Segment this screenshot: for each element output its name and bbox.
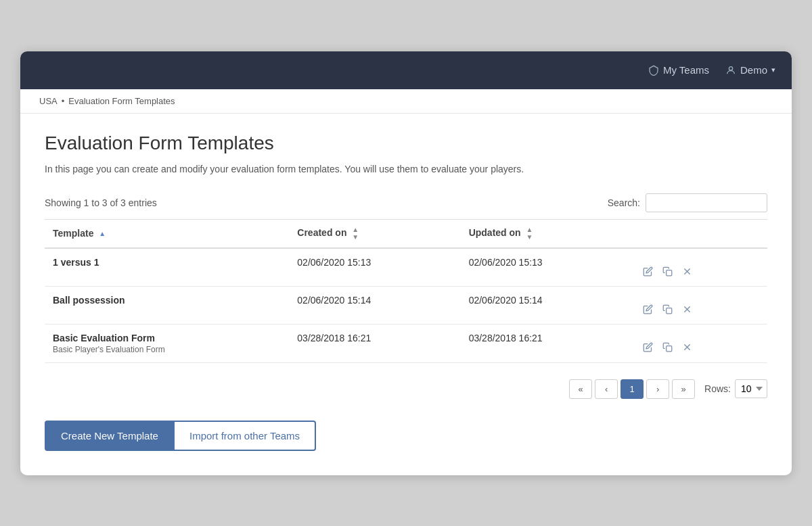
page-next-button[interactable]: ›: [646, 379, 669, 399]
rows-per-page-wrap: Rows: 10 25 50: [704, 379, 767, 398]
template-name: Ball possession: [53, 295, 281, 306]
td-actions: [632, 286, 767, 324]
search-label: Search:: [608, 197, 640, 208]
td-template-name: Ball possession: [45, 286, 289, 324]
user-icon: [725, 65, 736, 76]
shield-icon: [648, 65, 659, 76]
svg-rect-7: [667, 345, 672, 351]
copy-icon: [662, 342, 673, 352]
sort-arrows-template: ▲: [99, 231, 106, 237]
delete-button[interactable]: [679, 265, 695, 278]
col-actions: [632, 219, 767, 248]
template-name: Basic Evaluation Form: [53, 333, 281, 343]
edit-icon: [643, 304, 653, 314]
td-actions: [632, 324, 767, 362]
bottom-actions: Create New Template Import from other Te…: [45, 421, 767, 451]
copy-icon: [662, 304, 673, 314]
main-card: My Teams Demo ▾ USA • Evaluation Form Te…: [20, 51, 792, 475]
td-template-name: 1 versus 1: [45, 248, 289, 287]
my-teams-label: My Teams: [663, 64, 709, 76]
edit-button[interactable]: [640, 265, 656, 278]
page-last-button[interactable]: »: [672, 379, 695, 399]
col-template[interactable]: Template ▲: [45, 219, 289, 248]
delete-button[interactable]: [679, 341, 695, 354]
td-updated-on: 02/06/2020 15:14: [461, 286, 632, 324]
delete-icon: [682, 266, 692, 277]
td-created-on: 02/06/2020 15:14: [289, 286, 460, 324]
page-prev-button[interactable]: ‹: [595, 379, 618, 399]
demo-label: Demo: [740, 64, 767, 76]
copy-icon: [662, 266, 673, 277]
search-wrapper: Search:: [608, 193, 767, 212]
demo-caret-icon: ▾: [771, 66, 775, 74]
breadcrumb-sep: •: [62, 96, 65, 106]
breadcrumb: USA • Evaluation Form Templates: [20, 89, 792, 114]
templates-table: Template ▲ Created on ▲▼ Updated on: [45, 219, 767, 363]
copy-button[interactable]: [660, 303, 675, 316]
create-new-template-button[interactable]: Create New Template: [45, 421, 175, 451]
my-teams-button[interactable]: My Teams: [648, 64, 709, 76]
page-1-button[interactable]: 1: [621, 379, 644, 399]
sort-arrows-updated: ▲▼: [526, 226, 533, 241]
td-template-name: Basic Evaluation FormBasic Player's Eval…: [45, 324, 289, 362]
table-row: Ball possession02/06/2020 15:1402/06/202…: [45, 286, 767, 324]
edit-icon: [643, 266, 653, 277]
showing-entries: Showing 1 to 3 of 3 entries: [45, 197, 157, 208]
copy-button[interactable]: [660, 265, 675, 278]
svg-rect-4: [667, 308, 672, 313]
main-content: Evaluation Form Templates In this page y…: [20, 114, 792, 475]
td-updated-on: 02/06/2020 15:13: [461, 248, 632, 287]
delete-icon: [682, 304, 692, 314]
edit-button[interactable]: [640, 303, 656, 316]
copy-button[interactable]: [660, 341, 675, 354]
import-from-teams-button[interactable]: Import from other Teams: [175, 421, 316, 451]
template-subtitle: Basic Player's Evaluation Form: [53, 345, 281, 354]
page-title: Evaluation Form Templates: [45, 133, 767, 154]
rows-label: Rows:: [704, 383, 731, 394]
delete-icon: [682, 342, 692, 352]
template-name: 1 versus 1: [53, 257, 281, 268]
td-created-on: 02/06/2020 15:13: [289, 248, 460, 287]
sort-arrows-created: ▲▼: [352, 226, 359, 241]
table-row: Basic Evaluation FormBasic Player's Eval…: [45, 324, 767, 362]
page-description: In this page you can create and modify y…: [45, 164, 767, 174]
breadcrumb-current: Evaluation Form Templates: [68, 96, 175, 106]
edit-icon: [643, 342, 653, 352]
rows-per-page-select[interactable]: 10 25 50: [735, 379, 767, 398]
svg-rect-1: [667, 270, 672, 275]
edit-button[interactable]: [640, 341, 656, 354]
demo-user-button[interactable]: Demo ▾: [725, 64, 775, 76]
table-toolbar: Showing 1 to 3 of 3 entries Search:: [45, 193, 767, 212]
svg-point-0: [729, 66, 732, 70]
page-first-button[interactable]: «: [569, 379, 592, 399]
top-navigation: My Teams Demo ▾: [20, 51, 792, 89]
col-updated-on[interactable]: Updated on ▲▼: [461, 219, 632, 248]
td-actions: [632, 248, 767, 287]
breadcrumb-home[interactable]: USA: [39, 96, 58, 106]
delete-button[interactable]: [679, 303, 695, 316]
table-row: 1 versus 102/06/2020 15:1302/06/2020 15:…: [45, 248, 767, 287]
search-input[interactable]: [646, 193, 767, 212]
col-created-on[interactable]: Created on ▲▼: [289, 219, 460, 248]
pagination: « ‹ 1 › » Rows: 10 25 50: [45, 379, 767, 399]
td-created-on: 03/28/2018 16:21: [289, 324, 460, 362]
td-updated-on: 03/28/2018 16:21: [461, 324, 632, 362]
